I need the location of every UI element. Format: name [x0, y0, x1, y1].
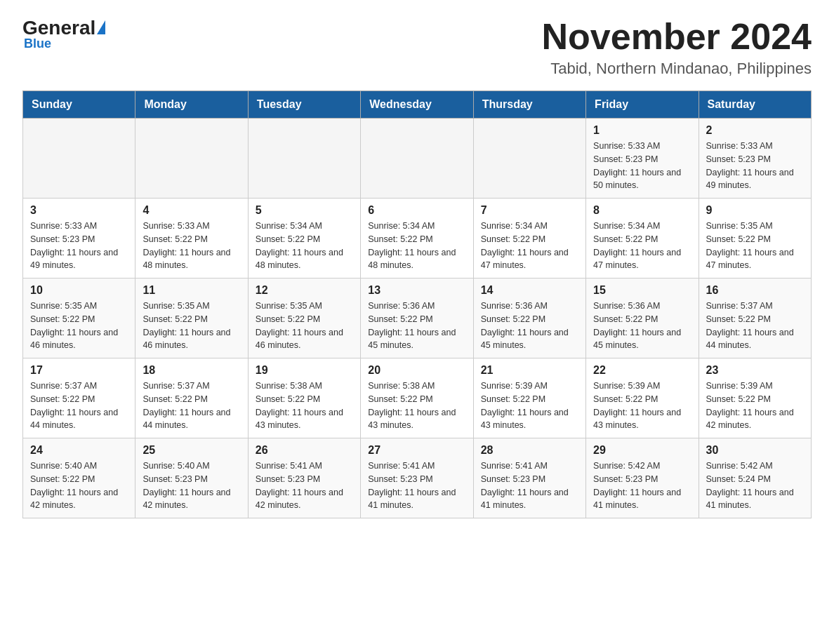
day-number: 8: [593, 204, 691, 217]
day-number: 10: [30, 284, 128, 297]
calendar-cell: 7Sunrise: 5:34 AMSunset: 5:22 PMDaylight…: [473, 199, 585, 279]
calendar-cell: 2Sunrise: 5:33 AMSunset: 5:23 PMDaylight…: [699, 119, 811, 199]
day-info: Sunrise: 5:33 AMSunset: 5:23 PMDaylight:…: [706, 140, 804, 192]
logo-area: General Blue: [22, 17, 105, 51]
calendar-cell: 5Sunrise: 5:34 AMSunset: 5:22 PMDaylight…: [248, 199, 360, 279]
day-info: Sunrise: 5:33 AMSunset: 5:23 PMDaylight:…: [30, 220, 128, 272]
calendar-cell: [361, 119, 473, 199]
day-info: Sunrise: 5:39 AMSunset: 5:22 PMDaylight:…: [706, 380, 804, 432]
main-title: November 2024: [542, 17, 812, 57]
day-info: Sunrise: 5:33 AMSunset: 5:22 PMDaylight:…: [143, 220, 240, 272]
day-info: Sunrise: 5:42 AMSunset: 5:23 PMDaylight:…: [593, 459, 691, 512]
day-info: Sunrise: 5:37 AMSunset: 5:22 PMDaylight:…: [30, 380, 128, 432]
day-info: Sunrise: 5:33 AMSunset: 5:23 PMDaylight:…: [593, 140, 691, 192]
day-info: Sunrise: 5:34 AMSunset: 5:22 PMDaylight:…: [256, 220, 353, 272]
day-info: Sunrise: 5:41 AMSunset: 5:23 PMDaylight:…: [368, 459, 465, 512]
calendar-header-thursday: Thursday: [473, 91, 585, 119]
calendar-cell: 30Sunrise: 5:42 AMSunset: 5:24 PMDayligh…: [699, 438, 811, 518]
day-number: 4: [143, 204, 240, 217]
day-number: 21: [481, 364, 578, 377]
calendar-cell: 24Sunrise: 5:40 AMSunset: 5:22 PMDayligh…: [23, 438, 135, 518]
day-number: 24: [30, 444, 128, 457]
day-number: 27: [368, 444, 465, 457]
calendar-cell: 9Sunrise: 5:35 AMSunset: 5:22 PMDaylight…: [699, 199, 811, 279]
calendar-header-saturday: Saturday: [699, 91, 811, 119]
calendar-cell: 21Sunrise: 5:39 AMSunset: 5:22 PMDayligh…: [473, 358, 585, 438]
day-number: 13: [368, 284, 465, 297]
day-number: 28: [481, 444, 578, 457]
day-info: Sunrise: 5:37 AMSunset: 5:22 PMDaylight:…: [143, 380, 240, 432]
day-number: 15: [593, 284, 691, 297]
day-info: Sunrise: 5:38 AMSunset: 5:22 PMDaylight:…: [368, 380, 465, 432]
calendar-cell: 11Sunrise: 5:35 AMSunset: 5:22 PMDayligh…: [135, 279, 248, 358]
day-info: Sunrise: 5:38 AMSunset: 5:22 PMDaylight:…: [256, 380, 353, 432]
day-number: 1: [593, 124, 691, 137]
day-info: Sunrise: 5:40 AMSunset: 5:22 PMDaylight:…: [30, 459, 128, 512]
calendar-cell: 19Sunrise: 5:38 AMSunset: 5:22 PMDayligh…: [248, 358, 360, 438]
calendar-cell: [248, 119, 360, 199]
calendar-cell: 8Sunrise: 5:34 AMSunset: 5:22 PMDaylight…: [586, 199, 699, 279]
calendar-cell: 22Sunrise: 5:39 AMSunset: 5:22 PMDayligh…: [586, 358, 699, 438]
calendar-cell: 15Sunrise: 5:36 AMSunset: 5:22 PMDayligh…: [586, 279, 699, 358]
calendar-week-row: 10Sunrise: 5:35 AMSunset: 5:22 PMDayligh…: [23, 279, 812, 358]
calendar-cell: 3Sunrise: 5:33 AMSunset: 5:23 PMDaylight…: [23, 199, 135, 279]
day-info: Sunrise: 5:35 AMSunset: 5:22 PMDaylight:…: [256, 300, 353, 352]
calendar-header-sunday: Sunday: [23, 91, 135, 119]
calendar-week-row: 3Sunrise: 5:33 AMSunset: 5:23 PMDaylight…: [23, 199, 812, 279]
calendar-header-monday: Monday: [135, 91, 248, 119]
day-info: Sunrise: 5:39 AMSunset: 5:22 PMDaylight:…: [481, 380, 578, 432]
calendar-cell: 17Sunrise: 5:37 AMSunset: 5:22 PMDayligh…: [23, 358, 135, 438]
day-info: Sunrise: 5:34 AMSunset: 5:22 PMDaylight:…: [368, 220, 465, 272]
calendar-header-wednesday: Wednesday: [361, 91, 473, 119]
day-number: 11: [143, 284, 240, 297]
day-number: 14: [481, 284, 578, 297]
calendar-cell: 10Sunrise: 5:35 AMSunset: 5:22 PMDayligh…: [23, 279, 135, 358]
calendar-cell: 1Sunrise: 5:33 AMSunset: 5:23 PMDaylight…: [586, 119, 699, 199]
day-info: Sunrise: 5:36 AMSunset: 5:22 PMDaylight:…: [593, 300, 691, 352]
day-info: Sunrise: 5:36 AMSunset: 5:22 PMDaylight:…: [481, 300, 578, 352]
day-info: Sunrise: 5:37 AMSunset: 5:22 PMDaylight:…: [706, 300, 804, 352]
title-area: November 2024 Tabid, Northern Mindanao, …: [542, 17, 812, 78]
day-number: 9: [706, 204, 804, 217]
day-info: Sunrise: 5:41 AMSunset: 5:23 PMDaylight:…: [256, 459, 353, 512]
day-number: 16: [706, 284, 804, 297]
calendar-cell: [23, 119, 135, 199]
day-number: 23: [706, 364, 804, 377]
calendar-cell: 29Sunrise: 5:42 AMSunset: 5:23 PMDayligh…: [586, 438, 699, 518]
day-number: 6: [368, 204, 465, 217]
day-number: 25: [143, 444, 240, 457]
calendar-header-friday: Friday: [586, 91, 699, 119]
day-number: 19: [256, 364, 353, 377]
day-number: 3: [30, 204, 128, 217]
day-number: 7: [481, 204, 578, 217]
calendar-cell: 26Sunrise: 5:41 AMSunset: 5:23 PMDayligh…: [248, 438, 360, 518]
day-number: 12: [256, 284, 353, 297]
day-number: 2: [706, 124, 804, 137]
day-number: 20: [368, 364, 465, 377]
subtitle: Tabid, Northern Mindanao, Philippines: [542, 60, 812, 78]
day-info: Sunrise: 5:40 AMSunset: 5:23 PMDaylight:…: [143, 459, 240, 512]
calendar-cell: 12Sunrise: 5:35 AMSunset: 5:22 PMDayligh…: [248, 279, 360, 358]
day-info: Sunrise: 5:39 AMSunset: 5:22 PMDaylight:…: [593, 380, 691, 432]
calendar-table: SundayMondayTuesdayWednesdayThursdayFrid…: [22, 90, 812, 518]
day-number: 22: [593, 364, 691, 377]
calendar-cell: 28Sunrise: 5:41 AMSunset: 5:23 PMDayligh…: [473, 438, 585, 518]
calendar-cell: 4Sunrise: 5:33 AMSunset: 5:22 PMDaylight…: [135, 199, 248, 279]
day-number: 5: [256, 204, 353, 217]
day-number: 30: [706, 444, 804, 457]
logo-triangle-icon: [97, 20, 105, 34]
calendar-cell: 27Sunrise: 5:41 AMSunset: 5:23 PMDayligh…: [361, 438, 473, 518]
logo-blue: Blue: [24, 36, 51, 51]
header-area: General Blue November 2024 Tabid, Northe…: [22, 17, 812, 78]
day-info: Sunrise: 5:34 AMSunset: 5:22 PMDaylight:…: [481, 220, 578, 272]
calendar-header-row: SundayMondayTuesdayWednesdayThursdayFrid…: [23, 91, 812, 119]
calendar-cell: 6Sunrise: 5:34 AMSunset: 5:22 PMDaylight…: [361, 199, 473, 279]
day-number: 26: [256, 444, 353, 457]
day-number: 17: [30, 364, 128, 377]
day-info: Sunrise: 5:35 AMSunset: 5:22 PMDaylight:…: [706, 220, 804, 272]
calendar-cell: 25Sunrise: 5:40 AMSunset: 5:23 PMDayligh…: [135, 438, 248, 518]
day-number: 29: [593, 444, 691, 457]
calendar-cell: 14Sunrise: 5:36 AMSunset: 5:22 PMDayligh…: [473, 279, 585, 358]
day-number: 18: [143, 364, 240, 377]
day-info: Sunrise: 5:35 AMSunset: 5:22 PMDaylight:…: [30, 300, 128, 352]
